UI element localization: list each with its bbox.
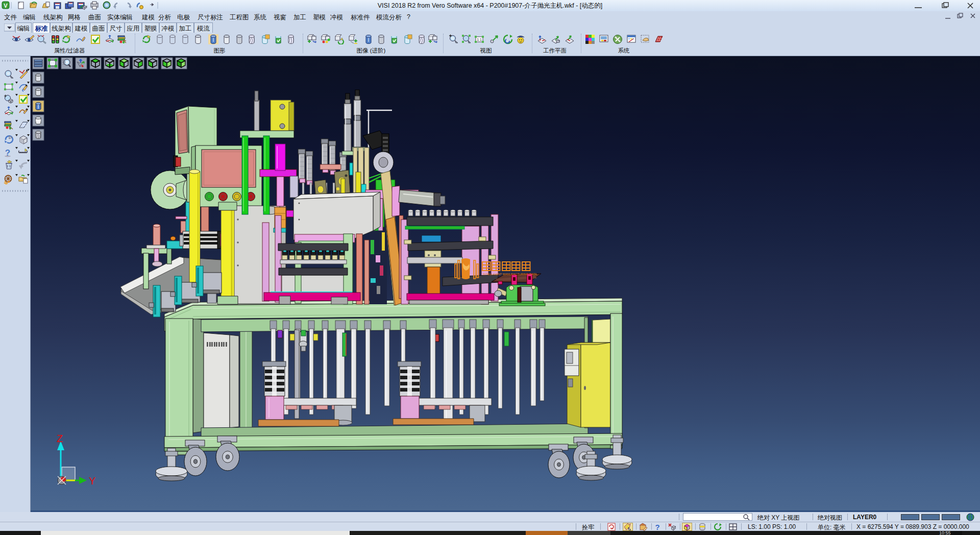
svg-text:1:1: 1:1 bbox=[477, 38, 482, 41]
svg-text:Z: Z bbox=[57, 433, 63, 444]
svg-text:?: ? bbox=[655, 523, 659, 531]
svg-text:INTELLIGENT MANUFACTURING DATA: INTELLIGENT MANUFACTURING DATA bbox=[483, 273, 537, 276]
svg-text:Y: Y bbox=[89, 475, 95, 487]
